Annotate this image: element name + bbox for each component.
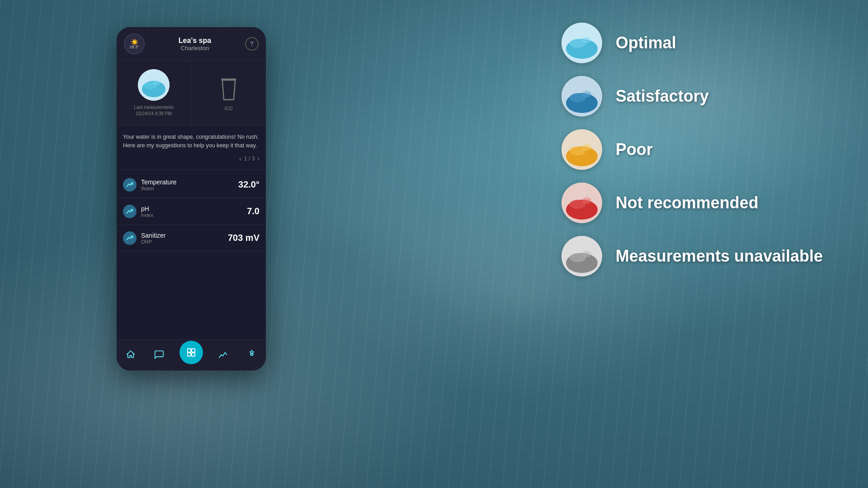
ph-sub: Index [141, 212, 247, 218]
measurements-label: Last measurements 02/24/24 4:38 PM [134, 104, 174, 117]
nav-dashboard[interactable] [179, 341, 203, 364]
ph-info: pH Index [141, 205, 247, 218]
temperature-info: Temperature Water [141, 178, 238, 191]
pagination: ‹ 1 / 3 › [123, 155, 259, 162]
nav-messages[interactable] [151, 346, 167, 362]
svg-rect-7 [188, 353, 191, 356]
legend-panel: Optimal Satisfactory Poor [561, 23, 823, 277]
legend-poor: Poor [561, 129, 823, 170]
ico-icon [213, 74, 245, 106]
measurements-list: Temperature Water 32.0° pH Index 7.0 [117, 170, 266, 339]
svg-rect-6 [192, 349, 195, 352]
unavailable-label: Measurements unavailable [616, 247, 823, 266]
water-quality-svg [138, 69, 170, 101]
phone-header: ☀️ 28.3° Lea's spa Charleston ? [117, 27, 266, 61]
satisfactory-circle [561, 76, 602, 117]
spa-location: Charleston [149, 45, 241, 52]
svg-point-9 [250, 353, 253, 356]
sanitizer-value: 703 mV [228, 233, 259, 243]
phone-container: ☀️ 28.3° Lea's spa Charleston ? [117, 27, 266, 371]
legend-satisfactory: Satisfactory [561, 76, 823, 117]
satisfactory-label: Satisfactory [616, 87, 709, 106]
weather-badge: ☀️ 28.3° [124, 33, 145, 54]
ico-label: ICO [225, 106, 233, 112]
help-button[interactable]: ? [245, 37, 259, 51]
message-section: Your water is in great shape, congratula… [117, 126, 266, 170]
svg-point-13 [582, 37, 591, 43]
optimal-label: Optimal [616, 33, 676, 52]
dashboard-icon [186, 347, 196, 357]
temperature-value: 32.0° [238, 179, 259, 190]
poor-wave-svg [561, 129, 602, 170]
svg-rect-5 [188, 349, 191, 352]
weather-icon: ☀️ [131, 39, 138, 45]
poor-label: Poor [616, 140, 653, 159]
settings-icon [247, 349, 257, 359]
messages-icon [154, 349, 164, 359]
sanitizer-trend-icon [126, 234, 134, 242]
ico-cup-svg [219, 78, 238, 102]
sanitizer-info: Sanitizer ORP [141, 232, 228, 244]
prev-page-button[interactable]: ‹ [239, 155, 241, 162]
next-page-button[interactable]: › [257, 155, 259, 162]
svg-rect-8 [192, 353, 195, 356]
not-recommended-wave-svg [561, 183, 602, 223]
ph-row[interactable]: pH Index 7.0 [117, 198, 266, 225]
ph-name: pH [141, 205, 247, 212]
poor-circle [561, 129, 602, 170]
ico-tile[interactable]: ICO [192, 61, 266, 125]
home-icon [126, 349, 136, 359]
ph-value: 7.0 [247, 206, 259, 216]
location-info: Lea's spa Charleston [149, 37, 241, 52]
not-recommended-circle [561, 183, 602, 223]
water-quality-tile[interactable]: Last measurements 02/24/24 4:38 PM [117, 61, 192, 125]
trends-icon [218, 349, 228, 359]
unavailable-wave-svg [561, 236, 602, 277]
page-indicator: 1 / 3 [244, 155, 255, 162]
arrow-trend-icon [126, 181, 134, 189]
nav-trends[interactable] [215, 346, 231, 362]
water-quality-icon-circle [138, 69, 170, 101]
message-text: Your water is in great shape, congratula… [123, 133, 259, 150]
svg-point-3 [153, 80, 160, 85]
legend-unavailable: Measurements unavailable [561, 236, 823, 277]
weather-temperature: 28.3° [129, 45, 139, 49]
svg-point-21 [582, 144, 591, 150]
nav-settings[interactable] [244, 346, 260, 362]
satisfactory-wave-svg [561, 76, 602, 117]
svg-point-29 [582, 251, 591, 257]
sanitizer-icon [123, 231, 137, 245]
svg-point-17 [582, 91, 591, 97]
ph-icon [123, 205, 137, 218]
temperature-icon [123, 178, 137, 192]
temperature-sub: Water [141, 186, 238, 191]
spa-name: Lea's spa [149, 37, 241, 45]
phone-content: Last measurements 02/24/24 4:38 PM ICO Y… [117, 61, 266, 339]
temperature-row[interactable]: Temperature Water 32.0° [117, 172, 266, 198]
svg-point-25 [582, 197, 591, 204]
bottom-navigation [117, 339, 266, 371]
temperature-name: Temperature [141, 178, 238, 186]
top-tiles: Last measurements 02/24/24 4:38 PM ICO [117, 61, 266, 126]
legend-not-recommended: Not recommended [561, 183, 823, 223]
unavailable-circle [561, 236, 602, 277]
nav-home[interactable] [123, 346, 139, 362]
sanitizer-row[interactable]: Sanitizer ORP 703 mV [117, 225, 266, 252]
sanitizer-name: Sanitizer [141, 232, 228, 239]
optimal-circle [561, 23, 602, 63]
not-recommended-label: Not recommended [616, 193, 759, 212]
sanitizer-sub: ORP [141, 239, 228, 244]
ph-trend-icon [126, 207, 134, 216]
legend-optimal: Optimal [561, 23, 823, 63]
optimal-wave-svg [561, 23, 602, 63]
